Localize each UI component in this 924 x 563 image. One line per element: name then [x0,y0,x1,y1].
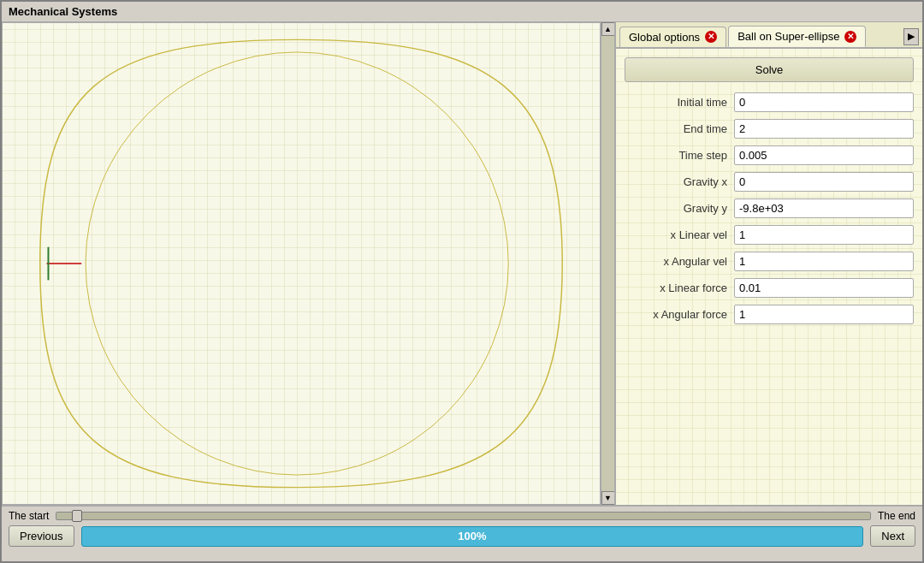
input-gravity-y[interactable] [734,199,914,218]
nav-row: Previous 100% Next [9,525,915,547]
label-x-linear-vel: x Linear vel [625,228,727,241]
field-x-angular-vel: x Angular vel [625,252,914,271]
label-x-linear-force: x Linear force [625,282,727,294]
window-title: Mechanical Systems [9,5,117,18]
input-x-linear-vel[interactable] [734,225,914,245]
label-gravity-x: Gravity x [625,175,727,188]
label-x-angular-force: x Angular force [625,308,727,321]
tab-scroll-right-btn[interactable]: ▶ [903,28,919,45]
input-x-angular-vel[interactable] [734,252,914,271]
right-panel: Global options ✕ Ball on Super-ellipse ✕… [614,22,922,505]
canvas-area [2,22,601,505]
label-time-step: Time step [625,149,727,162]
canvas-scrollbar[interactable]: ▲ ▼ [601,22,614,505]
field-end-time: End time [625,119,914,139]
svg-point-0 [86,52,508,475]
field-initial-time: Initial time [625,92,914,112]
progress-label: 100% [458,530,486,542]
timeline-track[interactable] [56,512,871,520]
field-gravity-x: Gravity x [625,172,914,192]
tab-ball-on-superellipse-close[interactable]: ✕ [844,31,856,43]
label-end-time: End time [625,122,727,135]
input-x-linear-force[interactable] [734,278,914,298]
main-window: Mechanical Systems ▲ ▼ Global [0,0,924,563]
timeline-thumb[interactable] [72,510,82,522]
input-time-step[interactable] [734,145,914,165]
field-x-linear-force: x Linear force [625,278,914,298]
progress-bar: 100% [81,526,864,547]
label-initial-time: Initial time [625,96,727,109]
main-area: ▲ ▼ Global options ✕ Ball on Super-ellip… [2,22,922,505]
label-gravity-y: Gravity y [625,202,727,215]
input-end-time[interactable] [734,119,914,139]
input-gravity-x[interactable] [734,172,914,192]
scroll-up-btn[interactable]: ▲ [601,22,615,36]
tab-global-options[interactable]: Global options ✕ [619,27,726,47]
tab-ball-on-superellipse-label: Ball on Super-ellipse [737,30,839,43]
scroll-down-btn[interactable]: ▼ [601,491,615,505]
panel-content: Solve Initial time End time Time step Gr… [616,49,922,505]
next-button[interactable]: Next [870,525,915,547]
timeline-row: The start The end [9,510,915,522]
end-label: The end [878,510,915,522]
input-x-angular-force[interactable] [734,305,914,324]
field-x-angular-force: x Angular force [625,305,914,324]
field-gravity-y: Gravity y [625,199,914,218]
tab-ball-on-superellipse[interactable]: Ball on Super-ellipse ✕ [728,26,866,47]
tab-global-options-close[interactable]: ✕ [705,31,717,43]
tabs-bar: Global options ✕ Ball on Super-ellipse ✕… [616,22,922,49]
scroll-track[interactable] [601,36,614,491]
bottom-bar: The start The end Previous 100% Next [2,505,922,561]
label-x-angular-vel: x Angular vel [625,255,727,268]
previous-button[interactable]: Previous [9,525,74,547]
solve-button[interactable]: Solve [625,57,914,82]
canvas-svg [3,23,600,504]
input-initial-time[interactable] [734,92,914,112]
field-x-linear-vel: x Linear vel [625,225,914,245]
start-label: The start [9,510,49,522]
field-time-step: Time step [625,145,914,165]
title-bar: Mechanical Systems [2,2,922,22]
tab-global-options-label: Global options [629,31,700,44]
